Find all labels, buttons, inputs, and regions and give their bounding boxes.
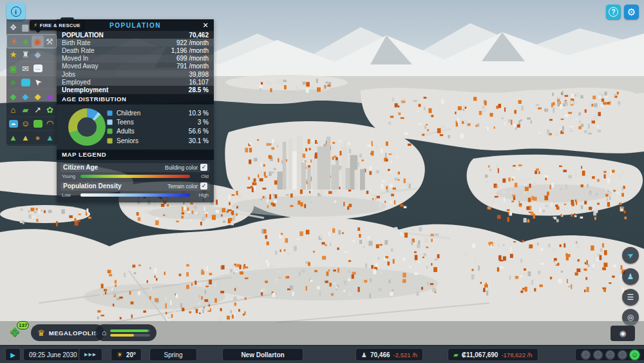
stat-value: 791 /month xyxy=(176,63,209,70)
sidebar-row: ⌂▰↗✿ xyxy=(6,103,57,117)
city-name[interactable]: New Dollarton xyxy=(222,348,303,361)
administration-building-button[interactable]: ♜ xyxy=(19,48,32,61)
maintenance-wrench-icon: ⚒ xyxy=(46,37,53,46)
gradient-scale: LowHigh xyxy=(61,191,210,199)
water-resource-button[interactable]: ▲ xyxy=(44,132,56,144)
speed-icon: ▶▶▶ xyxy=(84,352,97,357)
zoning-layer-yellow-button[interactable]: ◆ xyxy=(32,90,44,103)
happiness-face-active[interactable]: ☺ xyxy=(630,350,639,360)
forest-resource-icon: ▲ xyxy=(9,133,17,142)
fire-rescue-icon: ◉ xyxy=(34,37,41,46)
zoning-layer-green-button[interactable]: ◆ xyxy=(7,90,19,103)
happiness-face-dim[interactable]: ☹ xyxy=(593,350,603,360)
sun-icon: ☀ xyxy=(117,351,123,359)
map-tiles-button[interactable]: ❖ xyxy=(7,21,19,34)
photo-mode-button[interactable]: ◉ xyxy=(611,326,635,341)
play-pause-button[interactable]: ▶ xyxy=(5,348,21,361)
photo-icon: ◎ xyxy=(627,313,634,322)
happiness-face-icon: ☺ xyxy=(21,119,30,128)
pollution-cloud-button[interactable]: ☁ xyxy=(7,117,19,130)
healthcare-icon: ☀ xyxy=(10,37,17,46)
happiness-face-dim[interactable]: ☹ xyxy=(581,350,591,360)
person-icon: ♟ xyxy=(361,351,367,358)
panel-title: POPULATION xyxy=(109,22,161,29)
stat-row: POPULATION70,462 xyxy=(57,31,214,39)
residential-house-button[interactable]: ⌂ xyxy=(7,104,19,116)
greenery-plant-button[interactable]: ✿ xyxy=(44,104,56,116)
fertile-land-button[interactable]: ▲ xyxy=(19,132,32,144)
zoning-layer-blue-button[interactable]: ◆ xyxy=(19,90,32,103)
help-button[interactable]: ? xyxy=(606,5,621,19)
stat-label: Death Rate xyxy=(62,47,95,54)
play-icon: ▶ xyxy=(10,351,15,358)
stat-row: Jobs39,898 xyxy=(57,70,214,78)
scale-max-label: High xyxy=(192,192,209,198)
recreation-tree-button[interactable]: ♣ xyxy=(7,76,19,88)
camera-icon: ◉ xyxy=(620,329,626,338)
garbage-truck-icon: ▣ xyxy=(9,64,17,73)
map-tiles-icon: ❖ xyxy=(10,23,17,32)
stat-value: 1,196 /month xyxy=(171,47,209,54)
forest-resource-button[interactable]: ▲ xyxy=(7,132,19,144)
status-bar: ▶ 09:25 June 2030 ▶▶▶ ☀ 20° Spring New D… xyxy=(0,345,644,363)
telecom-chat-button[interactable]: … xyxy=(32,63,44,75)
info-views-button[interactable]: i xyxy=(6,3,25,21)
happiness-face-dim[interactable]: ☹ xyxy=(618,350,627,360)
residential-house-icon: ⌂ xyxy=(11,106,16,114)
zoning-layer-purple-button[interactable]: ◆ xyxy=(44,90,56,103)
happiness-face-dim[interactable]: ☹ xyxy=(605,350,615,360)
workers-hat-button[interactable]: ◠ xyxy=(44,117,56,130)
map-legend-item: Citizen AgeBuilding color✓ xyxy=(61,163,210,172)
journal-button[interactable]: ☰ xyxy=(622,289,639,306)
legend-swatch xyxy=(107,110,113,116)
select-cursor-button[interactable]: ➤ xyxy=(32,76,44,88)
stat-label: Unemployment xyxy=(62,86,108,93)
gear-icon: ⚙ xyxy=(627,6,636,18)
chirper-button[interactable]: ➤ xyxy=(622,247,639,264)
money-delta: -178,622 /h xyxy=(501,351,532,358)
citizen-button[interactable]: ♟ xyxy=(622,268,639,285)
recreation-tree-icon: ♣ xyxy=(10,78,16,86)
stat-value: 70,462 xyxy=(189,32,209,39)
stat-row: Death Rate1,196 /month xyxy=(57,46,214,54)
stat-label: Moved In xyxy=(62,55,88,62)
fertile-land-icon: ▲ xyxy=(21,133,30,142)
ore-resource-icon: ● xyxy=(35,133,41,142)
gradient-scale: YoungOld xyxy=(61,173,210,180)
close-icon[interactable]: ✕ xyxy=(201,21,210,30)
money-bill-button[interactable] xyxy=(32,117,44,130)
tooltip-label: FIRE & RESCUE xyxy=(40,23,80,28)
speed-control[interactable]: ▶▶▶ xyxy=(79,348,102,361)
post-mail-button[interactable]: ✉ xyxy=(19,63,32,75)
garbage-truck-button[interactable]: ▣ xyxy=(7,63,19,75)
healthcare-button[interactable]: ☀ xyxy=(8,35,20,48)
land-value-map-button[interactable]: ▰ xyxy=(19,104,32,116)
population-display[interactable]: ♟ 70,466 -2,521 /h xyxy=(355,348,423,361)
maintenance-wrench-button[interactable]: ⚒ xyxy=(44,35,56,48)
greenery-plant-icon: ✿ xyxy=(46,106,53,114)
water-cube-button[interactable] xyxy=(19,76,32,88)
scale-min-label: Low xyxy=(62,192,79,198)
legend-label: Seniors xyxy=(117,137,189,144)
map-legend-checkbox[interactable]: ✓ xyxy=(200,164,207,171)
fire-rescue-button[interactable]: ◉ xyxy=(32,35,44,48)
legend-swatch xyxy=(107,128,113,134)
legend-value: 30.1 % xyxy=(189,137,209,144)
sidebar-row: ☁☺◠ xyxy=(6,117,57,131)
settings-button[interactable]: ⚙ xyxy=(624,5,639,19)
map-legend-checkbox[interactable]: ✓ xyxy=(200,182,207,190)
land-value-map-icon: ▰ xyxy=(23,106,29,114)
stat-row: Unemployment28.5 % xyxy=(57,86,214,93)
ore-resource-button[interactable]: ● xyxy=(32,132,44,144)
population-panel: ⌂ POPULATION ✕ POPULATION70,462Birth Rat… xyxy=(57,19,214,202)
money-display[interactable]: ▰ ₡11,067,690 -178,622 /h xyxy=(448,348,538,361)
economy-chart-button[interactable]: ↗ xyxy=(32,104,44,116)
education-cap-button[interactable]: ◆ xyxy=(32,48,44,61)
gradient-bar xyxy=(80,175,190,178)
stat-label: Jobs xyxy=(62,71,75,78)
stat-row: Moved In699 /month xyxy=(57,55,214,63)
happiness-face-button[interactable]: ☺ xyxy=(19,117,32,130)
info-icon: i xyxy=(11,6,21,17)
parks-button[interactable]: ♣ xyxy=(20,35,32,48)
police-badge-button[interactable]: ★ xyxy=(7,48,19,61)
